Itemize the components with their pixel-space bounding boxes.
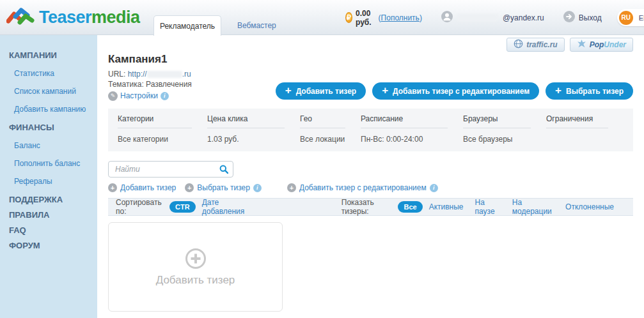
add-teaser-card-label: Добавить тизер (156, 274, 235, 287)
plus-circle-icon: + (108, 183, 117, 192)
add-teaser-card[interactable]: Добавить тизер (108, 222, 283, 312)
search-input[interactable] (108, 161, 233, 178)
sidebar-item-referrals[interactable]: Рефералы (0, 177, 97, 186)
main-content: traffic.ru PopUnder Кампания1 URL: http:… (97, 35, 644, 318)
cell-categories: Все категории (118, 128, 207, 151)
cell-geo: Все локации (300, 128, 361, 151)
popunder-label: PopUnder (590, 40, 626, 49)
lang-ru[interactable]: RU (619, 11, 633, 25)
cell-browsers: Все браузеры (463, 128, 546, 151)
col-geo: Гео (300, 109, 345, 128)
sidebar-item-campaign-list[interactable]: Список кампаний (0, 87, 97, 96)
tab-webmaster[interactable]: Вебмастер (237, 21, 276, 30)
add-teaser-with-edit-button[interactable]: + Добавить тизер с редактированием (372, 82, 539, 100)
logout-label: Выход (579, 13, 602, 22)
header-account-area: ₽ 0.00 руб. (Пополнить) @yandex.ru (345, 0, 644, 35)
topup-wrap: (Пополнить) (379, 13, 422, 22)
search-icon[interactable] (219, 165, 228, 176)
logout-icon (563, 11, 575, 24)
sidebar-section-finance[interactable]: ФИНАНСЫ (0, 123, 97, 132)
add-teaser-edit-info-icon[interactable]: i (430, 184, 438, 192)
cell-click-price: 1.03 руб. (207, 128, 300, 151)
lang-en[interactable]: EN (633, 14, 644, 22)
page: Teasermedia Рекламодатель Вебмастер ₽ 0.… (0, 0, 644, 318)
table-row: Все категории 1.03 руб. Все локации Пн-В… (108, 128, 633, 151)
sidebar-item-balance[interactable]: Баланс (0, 141, 97, 150)
cell-restrictions (546, 128, 624, 151)
user-account[interactable]: @yandex.ru (441, 11, 544, 24)
sidebar-section-campaigns[interactable]: КАМПАНИИ (0, 50, 97, 60)
show-paused-link[interactable]: На паузе (475, 198, 501, 216)
partner-badges: traffic.ru PopUnder (507, 38, 633, 52)
logout[interactable]: Выход (563, 11, 602, 24)
show-teasers-label: Показать тизеры: (342, 198, 392, 216)
tab-advertiser[interactable]: Рекламодатель (153, 15, 221, 36)
add-teaser-link[interactable]: + Добавить тизер (108, 183, 176, 192)
col-click-price: Цена клика (207, 109, 285, 128)
url-redacted (147, 71, 182, 78)
sidebar-item-add-campaign[interactable]: Добавить кампанию (0, 105, 97, 114)
email-username-redacted (457, 14, 498, 22)
sidebar-item-topup-balance[interactable]: Пополнить баланс (0, 159, 97, 168)
sidebar-item-faq[interactable]: FAQ (0, 225, 97, 235)
filter-bar: Сортировать по: CTR Дате добавления Пока… (108, 198, 633, 216)
sort-ctr-pill[interactable]: CTR (169, 201, 196, 213)
col-schedule: Расписание (361, 109, 448, 128)
campaign-title: Кампания1 (108, 53, 633, 66)
sidebar-item-rules[interactable]: ПРАВИЛА (0, 210, 97, 220)
campaign-settings-table: Категории Цена клика Гео Расписание Брау… (108, 109, 633, 151)
teaser-action-links: + Добавить тизер + Выбрать тизер i + Доб… (108, 183, 633, 193)
sidebar-item-statistics[interactable]: Статистика (0, 69, 97, 78)
teaser-toolbar: + Добавить тизер + Добавить тизер с реда… (276, 82, 633, 100)
balance-amount: 0.00 руб. (356, 9, 375, 27)
ruble-icon: ₽ (345, 12, 352, 23)
sort-by-date-link[interactable]: Дате добавления (202, 198, 252, 216)
settings-link[interactable]: Настройки (120, 91, 158, 101)
search-row (108, 161, 233, 178)
balance: ₽ 0.00 руб. (Пополнить) (345, 9, 422, 27)
add-teaser-button[interactable]: + Добавить тизер (276, 82, 366, 100)
show-rejected-link[interactable]: Отклоненные (565, 202, 614, 211)
add-teaser-with-edit-link[interactable]: + Добавить тизер с редактированием i (287, 183, 438, 192)
logo[interactable]: Teasermedia (6, 7, 140, 28)
choose-teaser-link[interactable]: + Выбрать тизер i (185, 183, 262, 192)
pencil-icon[interactable]: ✎ (108, 91, 118, 101)
add-teaser-plus-icon (185, 248, 207, 271)
header: Teasermedia Рекламодатель Вебмастер ₽ 0.… (0, 0, 644, 35)
choose-teaser-button[interactable]: + Выбрать тизер (546, 82, 633, 100)
sidebar-item-support[interactable]: ПОДДЕРЖКА (0, 195, 97, 204)
table-header-row: Категории Цена клика Гео Расписание Брау… (108, 109, 633, 128)
plus-circle-icon: + (287, 183, 296, 192)
language-switcher: RU EN ES PT (617, 9, 644, 26)
plus-icon: + (555, 85, 562, 96)
col-browsers: Браузеры (463, 109, 531, 128)
choose-teaser-info-icon[interactable]: i (253, 184, 262, 192)
plus-circle-icon: + (185, 183, 194, 192)
traffic-ru-badge[interactable]: traffic.ru (507, 38, 564, 52)
sidebar-item-forum[interactable]: ФОРУМ (0, 241, 97, 250)
show-active-link[interactable]: Активные (429, 202, 464, 211)
col-restrictions: Ограничения (546, 109, 608, 128)
show-moderation-link[interactable]: На модерации (512, 198, 554, 216)
popunder-badge[interactable]: PopUnder (570, 38, 633, 52)
campaign-url-line: URL: http://.ru (108, 69, 633, 79)
popunder-splash-icon (577, 39, 586, 50)
email-suffix: @yandex.ru (503, 13, 544, 22)
col-categories: Категории (118, 109, 192, 128)
avatar-icon (441, 11, 453, 24)
show-all-pill[interactable]: Все (398, 201, 422, 213)
cell-schedule: Пн-Вс: 0:00-24:00 (361, 128, 463, 151)
plus-icon: + (382, 85, 388, 96)
sidebar: КАМПАНИИ Статистика Список кампаний Доба… (0, 35, 97, 318)
traffic-globe-icon (514, 39, 523, 50)
plus-icon: + (285, 85, 292, 96)
settings-info-icon[interactable]: i (161, 92, 169, 100)
logo-text: Teasermedia (39, 9, 140, 26)
topup-link[interactable]: Пополнить (381, 13, 420, 22)
logo-icon (6, 7, 35, 28)
sort-label: Сортировать по: (116, 198, 163, 216)
